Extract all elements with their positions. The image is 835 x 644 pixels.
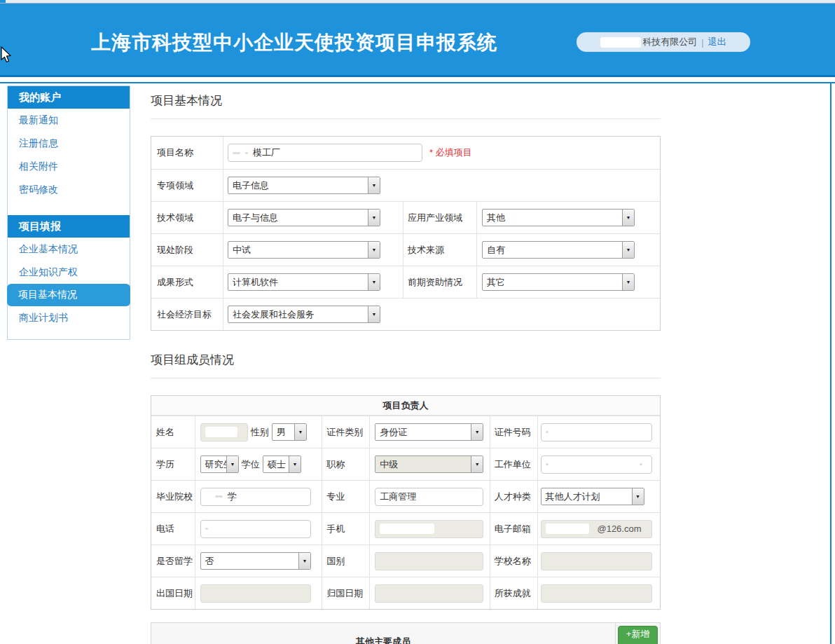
major-input[interactable]: 工商管理 [375,488,483,506]
sidebar-item-company-basic-info[interactable]: 企业基本情况 [8,238,130,261]
sidebar-section-project-filing: 项目填报 [8,215,130,238]
divider: | [701,37,703,48]
chevron-down-icon: ▼ [471,456,483,472]
school-name-input[interactable] [541,552,652,570]
stage-label: 现处阶段 [151,234,223,266]
achievements-label: 所获成就 [490,577,538,609]
talent-type-select[interactable]: 其他人才计划 ▼ [541,488,644,505]
chevron-down-icon: ▼ [622,274,634,290]
project-name-input[interactable]: 模工厂 [228,144,422,162]
sidebar-item-business-plan[interactable]: 商业计划书 [8,306,130,329]
gender-select[interactable]: 男 ▼ [272,423,307,441]
logout-link[interactable]: 退出 [708,36,726,48]
country-input[interactable] [375,552,483,570]
depart-date-label: 出国日期 [151,577,195,609]
achievements-input[interactable] [541,584,652,603]
studied-abroad-select[interactable]: 否 ▼ [200,552,311,570]
education-select[interactable]: 研究生 ▼ [200,455,239,473]
industry-field-label: 应用产业领域 [403,202,477,233]
stage-select[interactable]: 中试 ▼ [228,241,380,259]
name-input[interactable] [200,423,248,441]
sidebar: 我的账户 最新通知 注册信息 相关附件 密码修改 项目填报 企业基本情况 企业知… [7,85,130,340]
id-number-label: 证件号码 [490,416,538,448]
sidebar-item-project-basic-info[interactable]: 项目基本情况 [7,284,130,306]
return-date-label: 归国日期 [322,577,370,609]
redaction-patch [205,427,237,437]
app-title: 上海市科技型中小企业天使投资项目申报系统 [91,29,497,56]
leader-table-header: 项目负责人 [151,396,660,416]
prior-funding-label: 前期资助情况 [403,266,477,298]
tech-source-label: 技术来源 [403,234,477,266]
special-field-select[interactable]: 电子信息 ▼ [228,177,380,194]
content-frame-right-border [830,82,831,644]
degree-label: 学位 [242,458,260,471]
prior-funding-select[interactable]: 其它 ▼ [482,273,635,291]
return-date-input[interactable] [375,584,483,603]
table-row: 社会经济目标 社会发展和社会服务 ▼ [151,298,660,330]
email-label: 电子邮箱 [490,513,538,544]
employer-label: 工作单位 [490,448,538,480]
socioeconomic-goal-label: 社会经济目标 [151,299,223,330]
chevron-down-icon: ▼ [294,424,306,440]
table-row: 是否留学 否 ▼ 国别 学校名称 [151,544,660,577]
special-field-label: 专项领域 [151,170,223,201]
chevron-down-icon: ▼ [289,456,301,472]
sidebar-item-company-ip[interactable]: 企业知识产权 [8,261,130,284]
id-type-label: 证件类别 [322,416,370,448]
project-leader-table: 项目负责人 姓名 性别 男 ▼ 证件类别 身份证 ▼ 证件号码 [151,395,661,610]
title-label: 职称 [322,448,370,480]
education-label: 学历 [151,448,195,480]
major-label: 专业 [322,481,370,512]
sidebar-item-registration-info[interactable]: 注册信息 [8,132,130,155]
tech-field-select[interactable]: 电子与信息 ▼ [228,209,380,226]
title-select[interactable]: 中级 ▼ [375,455,483,473]
table-row: 项目名称 模工厂 * 必填项目 [151,137,660,169]
studied-abroad-label: 是否留学 [151,545,195,577]
industry-field-select[interactable]: 其他 ▼ [482,209,635,226]
chevron-down-icon: ▼ [622,242,634,258]
main-content: 项目基本情况 项目名称 模工厂 * 必填项目 专项领域 电子信息 ▼ [151,85,661,644]
add-member-button[interactable]: +新增成员 [618,626,658,644]
sidebar-item-change-password[interactable]: 密码修改 [8,178,130,201]
email-input[interactable]: @126.com [541,520,652,538]
talent-type-label: 人才种类 [490,481,538,512]
tech-source-select[interactable]: 自有 ▼ [482,241,635,259]
result-form-select[interactable]: 计算机软件 ▼ [228,273,380,291]
redaction-patch [600,37,641,48]
id-type-select[interactable]: 身份证 ▼ [375,423,483,441]
employer-input[interactable] [541,455,652,474]
redaction-smudge [546,463,548,465]
result-form-label: 成果形式 [151,266,223,298]
degree-select[interactable]: 硕士 ▼ [263,455,301,473]
other-members-header: 其他主要成员 [151,623,615,644]
project-name-label: 项目名称 [151,137,223,169]
sidebar-item-related-attachments[interactable]: 相关附件 [8,155,130,178]
project-members-heading: 项目组成员情况 [151,352,661,368]
required-note: * 必填项目 [429,146,472,159]
chevron-down-icon: ▼ [471,424,483,440]
chevron-down-icon: ▼ [368,177,380,193]
socioeconomic-goal-select[interactable]: 社会发展和社会服务 ▼ [228,306,380,323]
heading-rule [151,118,661,119]
redaction-smudge [215,495,223,498]
table-row: 学历 研究生 ▼ 学位 硕士 ▼ 职称 中级 ▼ 工作单位 [151,448,660,480]
depart-date-input[interactable] [200,584,311,603]
mobile-label: 手机 [322,513,370,544]
table-row: 现处阶段 中试 ▼ 技术来源 自有 ▼ [151,233,660,266]
table-row: 技术领域 电子与信息 ▼ 应用产业领域 其他 ▼ [151,201,660,233]
school-input[interactable]: 学 [200,488,311,506]
sidebar-section-my-account: 我的账户 [8,86,130,109]
phone-input[interactable] [200,520,311,538]
mobile-input[interactable] [375,520,483,538]
table-row: 姓名 性别 男 ▼ 证件类别 身份证 ▼ 证件号码 [151,416,660,448]
chevron-down-icon: ▼ [632,488,644,505]
table-row: 成果形式 计算机软件 ▼ 前期资助情况 其它 ▼ [151,266,660,298]
mouse-cursor-icon [1,46,13,64]
redaction-smudge [205,528,208,530]
user-info-pill: 科技有限公司 | 退出 [577,32,750,52]
sidebar-item-latest-notices[interactable]: 最新通知 [8,109,130,132]
id-number-input[interactable] [541,423,652,441]
school-label: 毕业院校 [151,481,195,512]
company-name: 科技有限公司 [642,36,697,48]
table-row: 电话 手机 电子邮箱 @126.com [151,512,660,544]
